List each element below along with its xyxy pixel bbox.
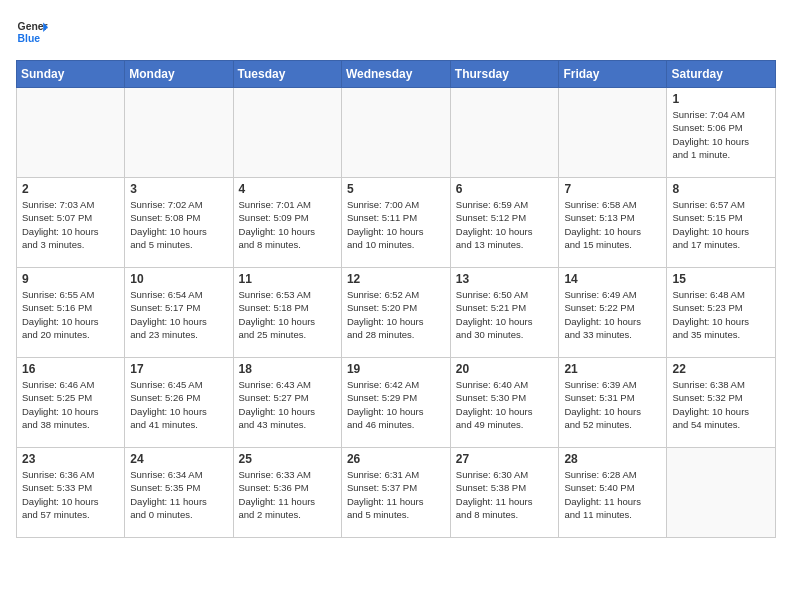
day-number: 9: [22, 272, 119, 286]
day-info: Sunrise: 6:42 AM Sunset: 5:29 PM Dayligh…: [347, 378, 445, 431]
calendar-cell: 17Sunrise: 6:45 AM Sunset: 5:26 PM Dayli…: [125, 358, 233, 448]
day-info: Sunrise: 6:55 AM Sunset: 5:16 PM Dayligh…: [22, 288, 119, 341]
calendar-cell: 12Sunrise: 6:52 AM Sunset: 5:20 PM Dayli…: [341, 268, 450, 358]
day-number: 14: [564, 272, 661, 286]
calendar-cell: 13Sunrise: 6:50 AM Sunset: 5:21 PM Dayli…: [450, 268, 559, 358]
calendar-cell: 2Sunrise: 7:03 AM Sunset: 5:07 PM Daylig…: [17, 178, 125, 268]
day-number: 23: [22, 452, 119, 466]
day-info: Sunrise: 6:30 AM Sunset: 5:38 PM Dayligh…: [456, 468, 554, 521]
weekday-header-sunday: Sunday: [17, 61, 125, 88]
calendar-cell: [17, 88, 125, 178]
day-number: 24: [130, 452, 227, 466]
day-info: Sunrise: 7:02 AM Sunset: 5:08 PM Dayligh…: [130, 198, 227, 251]
day-info: Sunrise: 6:54 AM Sunset: 5:17 PM Dayligh…: [130, 288, 227, 341]
day-number: 10: [130, 272, 227, 286]
day-info: Sunrise: 6:40 AM Sunset: 5:30 PM Dayligh…: [456, 378, 554, 431]
weekday-header-wednesday: Wednesday: [341, 61, 450, 88]
day-info: Sunrise: 6:59 AM Sunset: 5:12 PM Dayligh…: [456, 198, 554, 251]
day-info: Sunrise: 6:36 AM Sunset: 5:33 PM Dayligh…: [22, 468, 119, 521]
calendar-cell: 27Sunrise: 6:30 AM Sunset: 5:38 PM Dayli…: [450, 448, 559, 538]
week-row-4: 23Sunrise: 6:36 AM Sunset: 5:33 PM Dayli…: [17, 448, 776, 538]
day-number: 27: [456, 452, 554, 466]
logo-icon: General Blue: [16, 16, 48, 48]
day-number: 2: [22, 182, 119, 196]
calendar-cell: [341, 88, 450, 178]
calendar-cell: 23Sunrise: 6:36 AM Sunset: 5:33 PM Dayli…: [17, 448, 125, 538]
calendar-cell: 15Sunrise: 6:48 AM Sunset: 5:23 PM Dayli…: [667, 268, 776, 358]
calendar-cell: [125, 88, 233, 178]
calendar-cell: 20Sunrise: 6:40 AM Sunset: 5:30 PM Dayli…: [450, 358, 559, 448]
day-number: 20: [456, 362, 554, 376]
calendar-cell: 8Sunrise: 6:57 AM Sunset: 5:15 PM Daylig…: [667, 178, 776, 268]
day-info: Sunrise: 6:49 AM Sunset: 5:22 PM Dayligh…: [564, 288, 661, 341]
day-number: 18: [239, 362, 336, 376]
calendar: SundayMondayTuesdayWednesdayThursdayFrid…: [16, 60, 776, 538]
weekday-header-friday: Friday: [559, 61, 667, 88]
week-row-3: 16Sunrise: 6:46 AM Sunset: 5:25 PM Dayli…: [17, 358, 776, 448]
day-info: Sunrise: 6:31 AM Sunset: 5:37 PM Dayligh…: [347, 468, 445, 521]
day-info: Sunrise: 6:39 AM Sunset: 5:31 PM Dayligh…: [564, 378, 661, 431]
day-info: Sunrise: 7:00 AM Sunset: 5:11 PM Dayligh…: [347, 198, 445, 251]
calendar-cell: 26Sunrise: 6:31 AM Sunset: 5:37 PM Dayli…: [341, 448, 450, 538]
day-info: Sunrise: 6:46 AM Sunset: 5:25 PM Dayligh…: [22, 378, 119, 431]
day-info: Sunrise: 6:45 AM Sunset: 5:26 PM Dayligh…: [130, 378, 227, 431]
day-number: 15: [672, 272, 770, 286]
day-number: 16: [22, 362, 119, 376]
calendar-cell: 18Sunrise: 6:43 AM Sunset: 5:27 PM Dayli…: [233, 358, 341, 448]
day-number: 4: [239, 182, 336, 196]
day-number: 8: [672, 182, 770, 196]
calendar-cell: 28Sunrise: 6:28 AM Sunset: 5:40 PM Dayli…: [559, 448, 667, 538]
day-info: Sunrise: 7:01 AM Sunset: 5:09 PM Dayligh…: [239, 198, 336, 251]
day-number: 11: [239, 272, 336, 286]
day-info: Sunrise: 7:04 AM Sunset: 5:06 PM Dayligh…: [672, 108, 770, 161]
logo: General Blue: [16, 16, 48, 48]
day-number: 1: [672, 92, 770, 106]
calendar-cell: [667, 448, 776, 538]
calendar-cell: 4Sunrise: 7:01 AM Sunset: 5:09 PM Daylig…: [233, 178, 341, 268]
day-info: Sunrise: 6:34 AM Sunset: 5:35 PM Dayligh…: [130, 468, 227, 521]
day-info: Sunrise: 6:52 AM Sunset: 5:20 PM Dayligh…: [347, 288, 445, 341]
calendar-cell: 3Sunrise: 7:02 AM Sunset: 5:08 PM Daylig…: [125, 178, 233, 268]
calendar-cell: [559, 88, 667, 178]
calendar-cell: [450, 88, 559, 178]
calendar-cell: 24Sunrise: 6:34 AM Sunset: 5:35 PM Dayli…: [125, 448, 233, 538]
day-number: 12: [347, 272, 445, 286]
calendar-cell: 22Sunrise: 6:38 AM Sunset: 5:32 PM Dayli…: [667, 358, 776, 448]
calendar-cell: 9Sunrise: 6:55 AM Sunset: 5:16 PM Daylig…: [17, 268, 125, 358]
weekday-header-row: SundayMondayTuesdayWednesdayThursdayFrid…: [17, 61, 776, 88]
day-info: Sunrise: 6:43 AM Sunset: 5:27 PM Dayligh…: [239, 378, 336, 431]
day-number: 25: [239, 452, 336, 466]
day-info: Sunrise: 6:28 AM Sunset: 5:40 PM Dayligh…: [564, 468, 661, 521]
day-number: 13: [456, 272, 554, 286]
weekday-header-saturday: Saturday: [667, 61, 776, 88]
day-number: 21: [564, 362, 661, 376]
week-row-2: 9Sunrise: 6:55 AM Sunset: 5:16 PM Daylig…: [17, 268, 776, 358]
calendar-cell: [233, 88, 341, 178]
day-info: Sunrise: 7:03 AM Sunset: 5:07 PM Dayligh…: [22, 198, 119, 251]
day-number: 6: [456, 182, 554, 196]
day-number: 17: [130, 362, 227, 376]
day-number: 7: [564, 182, 661, 196]
day-number: 19: [347, 362, 445, 376]
day-info: Sunrise: 6:53 AM Sunset: 5:18 PM Dayligh…: [239, 288, 336, 341]
day-number: 22: [672, 362, 770, 376]
day-info: Sunrise: 6:58 AM Sunset: 5:13 PM Dayligh…: [564, 198, 661, 251]
calendar-cell: 16Sunrise: 6:46 AM Sunset: 5:25 PM Dayli…: [17, 358, 125, 448]
header: General Blue: [16, 16, 776, 48]
calendar-cell: 11Sunrise: 6:53 AM Sunset: 5:18 PM Dayli…: [233, 268, 341, 358]
weekday-header-monday: Monday: [125, 61, 233, 88]
calendar-cell: 14Sunrise: 6:49 AM Sunset: 5:22 PM Dayli…: [559, 268, 667, 358]
calendar-cell: 19Sunrise: 6:42 AM Sunset: 5:29 PM Dayli…: [341, 358, 450, 448]
day-number: 3: [130, 182, 227, 196]
calendar-cell: 7Sunrise: 6:58 AM Sunset: 5:13 PM Daylig…: [559, 178, 667, 268]
day-info: Sunrise: 6:50 AM Sunset: 5:21 PM Dayligh…: [456, 288, 554, 341]
day-info: Sunrise: 6:38 AM Sunset: 5:32 PM Dayligh…: [672, 378, 770, 431]
week-row-1: 2Sunrise: 7:03 AM Sunset: 5:07 PM Daylig…: [17, 178, 776, 268]
day-number: 28: [564, 452, 661, 466]
calendar-cell: 5Sunrise: 7:00 AM Sunset: 5:11 PM Daylig…: [341, 178, 450, 268]
day-info: Sunrise: 6:48 AM Sunset: 5:23 PM Dayligh…: [672, 288, 770, 341]
day-info: Sunrise: 6:33 AM Sunset: 5:36 PM Dayligh…: [239, 468, 336, 521]
day-number: 5: [347, 182, 445, 196]
calendar-cell: 6Sunrise: 6:59 AM Sunset: 5:12 PM Daylig…: [450, 178, 559, 268]
calendar-cell: 10Sunrise: 6:54 AM Sunset: 5:17 PM Dayli…: [125, 268, 233, 358]
